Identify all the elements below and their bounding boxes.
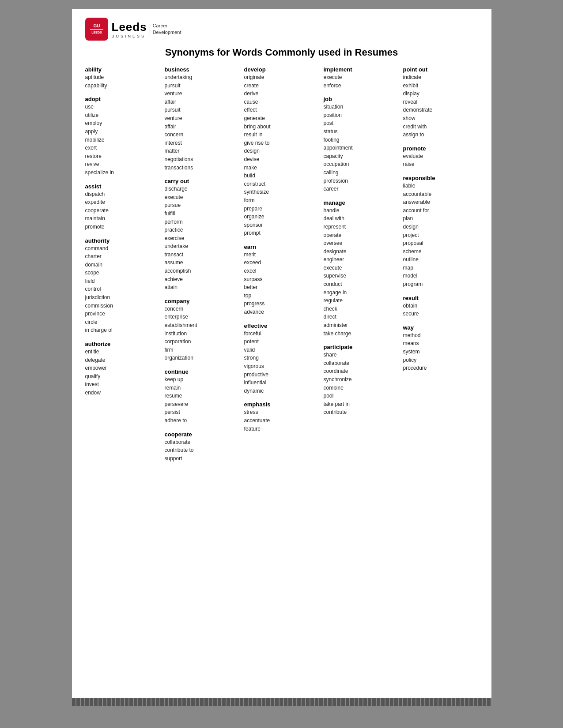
- synonym-word: venture: [165, 90, 240, 98]
- synonym-word: accomplish: [165, 267, 240, 275]
- synonym-word: engage in: [324, 289, 399, 297]
- word-group: implementexecuteenforce: [324, 66, 399, 90]
- word-group: assistdispatchexpeditecooperatemaintainp…: [85, 183, 160, 231]
- synonym-word: pursuit: [165, 82, 240, 90]
- synonym-word: represent: [324, 223, 399, 231]
- synonym-word: profession: [324, 177, 399, 185]
- synonym-word: province: [85, 310, 160, 318]
- column-3: developoriginatecreatederivecauseeffectg…: [244, 66, 324, 469]
- word-heading: participate: [324, 344, 399, 350]
- word-group: effectiveforcefulpotentvalidstrongvigoro…: [244, 323, 319, 395]
- word-group: continuekeep upremainresumeperseverepers…: [165, 368, 240, 425]
- synonym-word: career: [324, 185, 399, 193]
- synonym-word: field: [85, 277, 160, 285]
- synonym-word: synthesize: [244, 188, 319, 196]
- synonym-word: accountable: [403, 190, 478, 199]
- synonym-word: command: [85, 244, 160, 253]
- synonym-word: top: [244, 292, 319, 300]
- synonym-word: circle: [85, 318, 160, 326]
- synonym-word: exceed: [244, 259, 319, 267]
- synonym-word: effect: [244, 106, 319, 114]
- synonym-word: design: [403, 223, 478, 231]
- synonym-word: take part in: [324, 400, 399, 409]
- synonym-word: operate: [324, 231, 399, 240]
- synonym-word: scheme: [403, 248, 478, 256]
- logo-text: Leeds BUSINESS: [112, 20, 147, 38]
- synonym-word: attain: [165, 283, 240, 292]
- synonym-word: oversee: [324, 239, 399, 248]
- synonym-word: secure: [403, 310, 478, 318]
- svg-text:LEEDS: LEEDS: [91, 31, 102, 34]
- synonym-word: execute: [324, 264, 399, 272]
- word-group: cooperatecollaboratecontribute tosupport: [165, 431, 240, 463]
- synonym-word: advance: [244, 308, 319, 316]
- synonym-word: practice: [165, 226, 240, 234]
- synonym-word: fulfill: [165, 210, 240, 218]
- synonym-word: supervise: [324, 272, 399, 280]
- synonym-word: firm: [165, 346, 240, 354]
- synonym-word: adhere to: [165, 417, 240, 425]
- word-heading: earn: [244, 244, 319, 250]
- synonym-word: position: [324, 111, 399, 120]
- word-heading: manage: [324, 199, 399, 206]
- synonym-word: situation: [324, 103, 399, 111]
- synonym-word: devise: [244, 155, 319, 164]
- synonym-word: answerable: [403, 198, 478, 206]
- synonym-word: apply: [85, 128, 160, 136]
- page-title: Synonyms for Words Commonly used in Resu…: [85, 47, 478, 58]
- synonym-word: give rise to: [244, 139, 319, 147]
- synonym-word: coordinate: [324, 367, 399, 375]
- synonym-word: organize: [244, 213, 319, 221]
- synonym-word: contribute: [324, 408, 399, 417]
- synonym-word: check: [324, 305, 399, 313]
- synonym-word: project: [403, 231, 478, 240]
- synonym-word: method: [403, 331, 478, 340]
- synonym-word: feature: [244, 425, 319, 433]
- synonym-word: account for: [403, 206, 478, 215]
- synonym-word: build: [244, 172, 319, 180]
- synonym-word: procedure: [403, 364, 478, 372]
- synonym-word: affair: [165, 123, 240, 131]
- synonym-word: maintain: [85, 214, 160, 223]
- word-heading: cooperate: [165, 431, 240, 438]
- word-group: authorizeentitledelegateempowerqualifyin…: [85, 341, 160, 397]
- synonym-word: dynamic: [244, 387, 319, 395]
- synonym-word: form: [244, 196, 319, 205]
- synonym-word: collaborate: [324, 359, 399, 368]
- word-group: participatesharecollaboratecoordinatesyn…: [324, 344, 399, 417]
- synonym-word: evaluate: [403, 152, 478, 161]
- synonym-word: valid: [244, 346, 319, 354]
- synonym-word: appointment: [324, 144, 399, 152]
- synonym-word: transact: [165, 251, 240, 259]
- synonym-word: indicate: [403, 73, 478, 82]
- synonym-word: generate: [244, 114, 319, 123]
- word-group: managehandledeal withrepresentoperateove…: [324, 199, 399, 338]
- synonym-word: pursuit: [165, 106, 240, 114]
- synonym-word: credit with: [403, 123, 478, 131]
- column-1: abilityaptitudecapabilityadoptuseutilize…: [85, 66, 165, 469]
- synonym-word: exert: [85, 144, 160, 152]
- synonym-word: undertaking: [165, 73, 240, 82]
- synonym-word: direct: [324, 313, 399, 321]
- synonym-word: contribute to: [165, 446, 240, 454]
- word-heading: responsible: [403, 175, 478, 181]
- synonym-word: potent: [244, 338, 319, 346]
- synonym-word: model: [403, 272, 478, 280]
- synonym-word: empower: [85, 364, 160, 372]
- word-group: adoptuseutilizeemployapplymobilizeexertr…: [85, 96, 160, 176]
- synonym-word: promote: [85, 223, 160, 231]
- synonym-word: excel: [244, 267, 319, 275]
- synonym-word: means: [403, 339, 478, 348]
- synonym-word: handle: [324, 206, 399, 215]
- synonym-word: affair: [165, 98, 240, 106]
- synonym-word: administer: [324, 321, 399, 330]
- synonym-word: expedite: [85, 198, 160, 206]
- synonym-word: share: [324, 351, 399, 359]
- synonym-word: productive: [244, 371, 319, 379]
- leeds-name: Leeds: [112, 20, 147, 34]
- synonym-word: reveal: [403, 98, 478, 106]
- word-heading: continue: [165, 368, 240, 375]
- synonym-word: revive: [85, 160, 160, 169]
- synonym-word: regulate: [324, 296, 399, 305]
- synonym-word: delegate: [85, 356, 160, 364]
